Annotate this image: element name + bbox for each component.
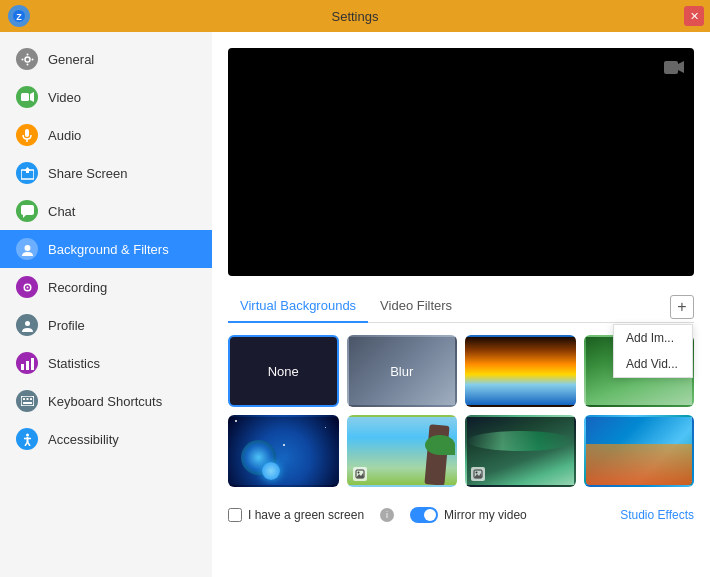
svg-marker-34 xyxy=(678,61,684,73)
beach-overlay-icon xyxy=(353,467,367,481)
svg-point-6 xyxy=(31,58,33,60)
svg-point-4 xyxy=(26,63,28,65)
svg-rect-25 xyxy=(26,398,28,400)
background-bridge[interactable] xyxy=(465,335,576,407)
camera-icon xyxy=(664,58,684,81)
sidebar-label-keyboard-shortcuts: Keyboard Shortcuts xyxy=(48,394,162,409)
sidebar-label-audio: Audio xyxy=(48,128,81,143)
svg-point-39 xyxy=(476,472,478,474)
title-bar: Z Settings ✕ xyxy=(0,0,710,32)
sidebar-item-general[interactable]: General xyxy=(0,40,212,78)
sidebar-label-share-screen: Share Screen xyxy=(48,166,128,181)
svg-rect-13 xyxy=(21,205,34,215)
svg-marker-40 xyxy=(474,473,482,478)
background-none[interactable]: None xyxy=(228,335,339,407)
svg-point-19 xyxy=(25,321,30,326)
video-preview xyxy=(228,48,694,276)
aurora-overlay-icon xyxy=(471,467,485,481)
recording-icon xyxy=(16,276,38,298)
svg-rect-26 xyxy=(30,398,32,400)
sidebar-label-video: Video xyxy=(48,90,81,105)
svg-rect-24 xyxy=(23,398,25,400)
sidebar-label-recording: Recording xyxy=(48,280,107,295)
svg-point-5 xyxy=(21,58,23,60)
sidebar-label-statistics: Statistics xyxy=(48,356,100,371)
svg-rect-22 xyxy=(31,358,34,370)
background-blur[interactable]: Blur xyxy=(347,335,458,407)
add-background-button[interactable]: + Add Im... Add Vid... xyxy=(670,295,694,319)
tabs-row: Virtual Backgrounds Video Filters + Add … xyxy=(228,292,694,323)
keyboard-shortcuts-icon xyxy=(16,390,38,412)
svg-point-36 xyxy=(357,472,359,474)
blur-label: Blur xyxy=(390,364,413,379)
background-space[interactable] xyxy=(228,415,339,487)
mirror-video-label: Mirror my video xyxy=(410,507,527,523)
sidebar-item-profile[interactable]: Profile xyxy=(0,306,212,344)
svg-point-18 xyxy=(26,286,28,288)
svg-rect-9 xyxy=(25,129,29,137)
general-icon xyxy=(16,48,38,70)
svg-rect-33 xyxy=(664,61,678,74)
background-beach[interactable] xyxy=(347,415,458,487)
svg-rect-20 xyxy=(21,364,24,370)
add-dropdown: Add Im... Add Vid... xyxy=(613,324,693,378)
sidebar-item-video[interactable]: Video xyxy=(0,78,212,116)
sidebar-label-accessibility: Accessibility xyxy=(48,432,119,447)
settings-window: Z Settings ✕ General xyxy=(0,0,710,577)
green-screen-text: I have a green screen xyxy=(248,508,364,522)
sidebar-item-chat[interactable]: Chat xyxy=(0,192,212,230)
svg-rect-21 xyxy=(26,361,29,370)
svg-rect-27 xyxy=(23,402,32,404)
sidebar-item-background-filters[interactable]: Background & Filters xyxy=(0,230,212,268)
audio-icon xyxy=(16,124,38,146)
green-screen-checkbox[interactable] xyxy=(228,508,242,522)
sidebar-item-statistics[interactable]: Statistics xyxy=(0,344,212,382)
svg-point-3 xyxy=(26,53,28,55)
video-icon xyxy=(16,86,38,108)
green-screen-checkbox-label[interactable]: I have a green screen xyxy=(228,508,364,522)
tab-video-filters[interactable]: Video Filters xyxy=(368,292,464,323)
sidebar-label-general: General xyxy=(48,52,94,67)
sidebar-item-audio[interactable]: Audio xyxy=(0,116,212,154)
svg-text:Z: Z xyxy=(16,12,22,22)
profile-icon xyxy=(16,314,38,336)
svg-point-2 xyxy=(25,57,30,62)
mirror-video-toggle[interactable] xyxy=(410,507,438,523)
svg-marker-37 xyxy=(356,473,364,478)
tab-virtual-backgrounds[interactable]: Virtual Backgrounds xyxy=(228,292,368,323)
sidebar-item-share-screen[interactable]: Share Screen xyxy=(0,154,212,192)
svg-marker-12 xyxy=(24,167,31,173)
studio-effects-link[interactable]: Studio Effects xyxy=(620,508,694,522)
sidebar-label-profile: Profile xyxy=(48,318,85,333)
sidebar-label-chat: Chat xyxy=(48,204,75,219)
none-label: None xyxy=(268,364,299,379)
sidebar-label-background-filters: Background & Filters xyxy=(48,242,169,257)
sidebar-item-recording[interactable]: Recording xyxy=(0,268,212,306)
footer-row: I have a green screen i Mirror my video … xyxy=(228,503,694,523)
sidebar: General Video xyxy=(0,32,212,577)
accessibility-icon xyxy=(16,428,38,450)
svg-marker-14 xyxy=(23,215,26,218)
main-content: Virtual Backgrounds Video Filters + Add … xyxy=(212,32,710,577)
svg-point-28 xyxy=(26,433,29,436)
svg-marker-8 xyxy=(30,92,34,102)
statistics-icon xyxy=(16,352,38,374)
add-video-item[interactable]: Add Vid... xyxy=(614,351,692,377)
svg-line-32 xyxy=(27,442,30,446)
close-button[interactable]: ✕ xyxy=(684,6,704,26)
sidebar-item-accessibility[interactable]: Accessibility xyxy=(0,420,212,458)
mirror-video-text: Mirror my video xyxy=(444,508,527,522)
background-sports[interactable] xyxy=(584,415,695,487)
app-icon: Z xyxy=(8,5,30,27)
share-screen-icon xyxy=(16,162,38,184)
window-title: Settings xyxy=(332,9,379,24)
sidebar-item-keyboard-shortcuts[interactable]: Keyboard Shortcuts xyxy=(0,382,212,420)
svg-point-15 xyxy=(24,245,30,251)
svg-rect-23 xyxy=(21,396,34,406)
green-screen-info-icon[interactable]: i xyxy=(380,508,394,522)
svg-rect-7 xyxy=(21,93,29,101)
content-area: General Video xyxy=(0,32,710,577)
background-filters-icon xyxy=(16,238,38,260)
add-image-item[interactable]: Add Im... xyxy=(614,325,692,351)
background-aurora[interactable] xyxy=(465,415,576,487)
